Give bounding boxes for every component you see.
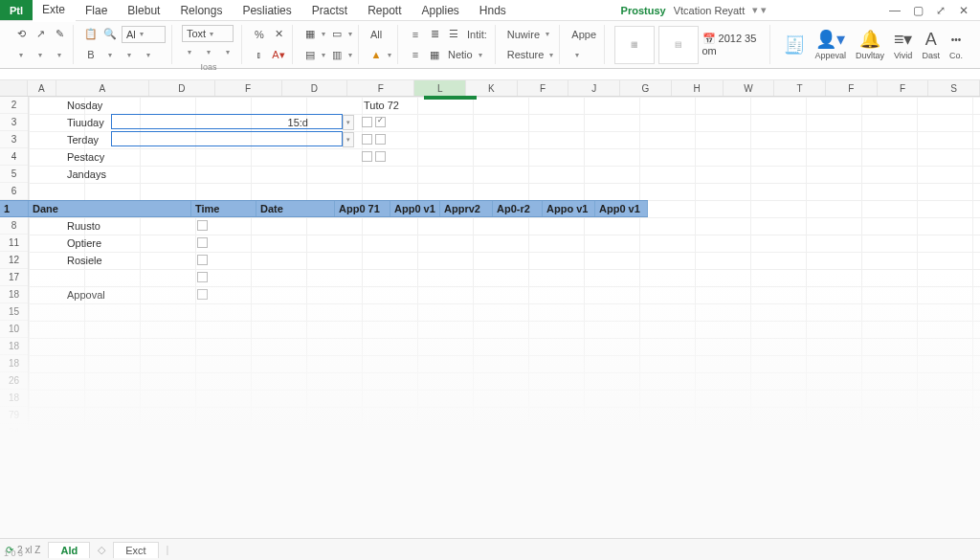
row-header[interactable]: 18 xyxy=(0,286,28,303)
dropdown-icon[interactable]: ▾ xyxy=(343,115,354,130)
font-color-icon[interactable]: A▾ xyxy=(271,47,286,62)
doc-title-dropdown[interactable]: ▾ ▾ xyxy=(752,4,767,16)
row-header[interactable]: 25 xyxy=(0,476,28,493)
column-header[interactable]: S xyxy=(928,80,980,96)
checkbox[interactable] xyxy=(375,134,386,145)
account-button[interactable]: 👤▾Appeval xyxy=(811,29,850,60)
zoom-label[interactable]: 📅 2012 35 om xyxy=(702,33,765,56)
table-row-name[interactable]: Ruusto xyxy=(63,217,207,235)
column-header[interactable]: T xyxy=(774,80,826,96)
border-icon[interactable]: ▦ xyxy=(302,27,318,42)
row-header[interactable]: 34 xyxy=(0,424,28,441)
table-header-cell[interactable]: Dane xyxy=(29,201,191,216)
select-all-corner[interactable] xyxy=(0,80,28,96)
menu-tab-repott[interactable]: Repott xyxy=(358,0,412,21)
table-row-name[interactable]: Optiere xyxy=(63,235,207,252)
brush-icon[interactable]: ✎ xyxy=(52,27,67,42)
close-button[interactable]: ✕ xyxy=(957,4,970,17)
row-header[interactable]: 25 xyxy=(0,441,28,459)
sheet-scroll-icon[interactable]: ◇ xyxy=(98,544,105,556)
checkbox[interactable] xyxy=(362,151,372,162)
row-checkbox[interactable] xyxy=(197,220,208,231)
row-header[interactable]: 35 xyxy=(0,459,28,476)
style-gallery-2[interactable]: ▤ xyxy=(658,26,699,64)
row-header[interactable]: 8 xyxy=(0,217,28,235)
align-left-icon[interactable]: ≡ xyxy=(408,27,423,42)
redo-icon[interactable]: ↗ xyxy=(33,27,48,42)
row-header[interactable]: 12 xyxy=(0,252,28,269)
sheet-tab-1[interactable]: Ald xyxy=(48,542,90,558)
row-header[interactable]: 3 xyxy=(0,131,28,148)
checkbox[interactable] xyxy=(375,151,386,162)
column-header[interactable]: A xyxy=(56,80,150,96)
warning-icon[interactable]: ▲ xyxy=(368,47,384,62)
column-header[interactable]: W xyxy=(724,80,775,96)
row-header[interactable]: 11 xyxy=(0,235,28,252)
table-header-cell[interactable]: App0 v1 xyxy=(595,201,648,216)
align-right-icon[interactable]: ☰ xyxy=(446,27,461,42)
time-value[interactable]: 15:d xyxy=(255,114,312,131)
column-header[interactable]: G xyxy=(620,80,672,96)
table-header-cell[interactable]: Ap0-r2 xyxy=(493,201,543,216)
row-header[interactable]: 17 xyxy=(0,269,28,286)
column-header[interactable]: F xyxy=(518,80,569,96)
table-row-name[interactable]: Appoval xyxy=(63,286,207,303)
row-header[interactable]: 6 xyxy=(0,183,28,200)
share-button[interactable]: 🧾 xyxy=(780,34,809,56)
fill-icon[interactable]: ▭ xyxy=(329,27,345,42)
maximize-button[interactable]: ▢ xyxy=(911,4,924,17)
table-header-cell[interactable]: Apprv2 xyxy=(440,201,493,216)
column-header[interactable]: J xyxy=(568,80,620,96)
table-header-cell[interactable]: Date xyxy=(256,201,335,216)
dropdown-icon[interactable]: ▾ xyxy=(343,132,354,147)
row-header[interactable]: 18 xyxy=(0,390,28,407)
column-header[interactable]: K xyxy=(466,80,518,96)
column-header[interactable]: A xyxy=(28,80,56,96)
row-header[interactable]: 18 xyxy=(0,338,28,355)
row-header[interactable]: 2 xyxy=(0,97,28,114)
vivid-button[interactable]: ≡▾Vivid xyxy=(890,29,917,60)
menu-tab-hnds[interactable]: Hnds xyxy=(470,0,517,21)
menu-tab-pesliaties[interactable]: Pesliaties xyxy=(233,0,301,21)
row-header[interactable]: 18 xyxy=(0,355,28,372)
menu-tab-blebut[interactable]: Blebut xyxy=(118,0,170,21)
column-header[interactable]: D xyxy=(282,80,347,96)
search-icon[interactable]: 🔍 xyxy=(102,27,118,42)
row-header[interactable]: 10 xyxy=(0,321,28,338)
row-header[interactable]: 5 xyxy=(0,166,28,183)
checkbox[interactable] xyxy=(362,117,372,127)
restore-button[interactable]: ⤢ xyxy=(934,4,947,17)
table-header-cell[interactable]: Time xyxy=(191,201,256,216)
undo-icon[interactable]: ⟲ xyxy=(13,27,29,42)
doc-title[interactable]: Vtcation Reyatt xyxy=(674,5,746,16)
menu-tab-relongs[interactable]: Relongs xyxy=(170,0,233,21)
paste-icon[interactable]: 📋 xyxy=(83,27,99,42)
table-row-name[interactable] xyxy=(63,269,207,286)
co-button[interactable]: •••Co. xyxy=(946,29,967,60)
style-gallery-1[interactable]: ▦ xyxy=(614,26,655,64)
font-name-box[interactable]: Al▾ xyxy=(122,26,166,43)
app-tab[interactable]: Ptl xyxy=(0,0,33,20)
row-checkbox[interactable] xyxy=(197,237,208,248)
menu-tab-practst[interactable]: Practst xyxy=(302,0,358,21)
row-header[interactable]: 4 xyxy=(0,148,28,166)
row-checkbox[interactable] xyxy=(197,289,208,300)
align-label[interactable]: All xyxy=(368,27,384,42)
column-header[interactable]: H xyxy=(672,80,724,96)
align-center-icon[interactable]: ≣ xyxy=(427,27,442,42)
row-header[interactable]: 15 xyxy=(0,303,28,321)
row-header[interactable]: 79 xyxy=(0,407,28,424)
style-box[interactable]: Toxt▾ xyxy=(182,25,234,42)
menu-tab-flae[interactable]: Flae xyxy=(76,0,118,21)
row-checkbox[interactable] xyxy=(197,272,208,282)
menu-tab-applies[interactable]: Applies xyxy=(412,0,469,21)
checkbox[interactable] xyxy=(362,134,372,145)
dast-button[interactable]: ADast xyxy=(918,29,944,60)
column-header[interactable]: F xyxy=(878,80,929,96)
table-header-cell[interactable]: App0 71 xyxy=(335,201,390,216)
row-header[interactable]: 26 xyxy=(0,372,28,390)
row-header[interactable]: 30 xyxy=(0,493,28,510)
checkbox[interactable] xyxy=(375,117,386,127)
column-header[interactable]: F xyxy=(826,80,878,96)
column-header[interactable]: D xyxy=(149,80,214,96)
